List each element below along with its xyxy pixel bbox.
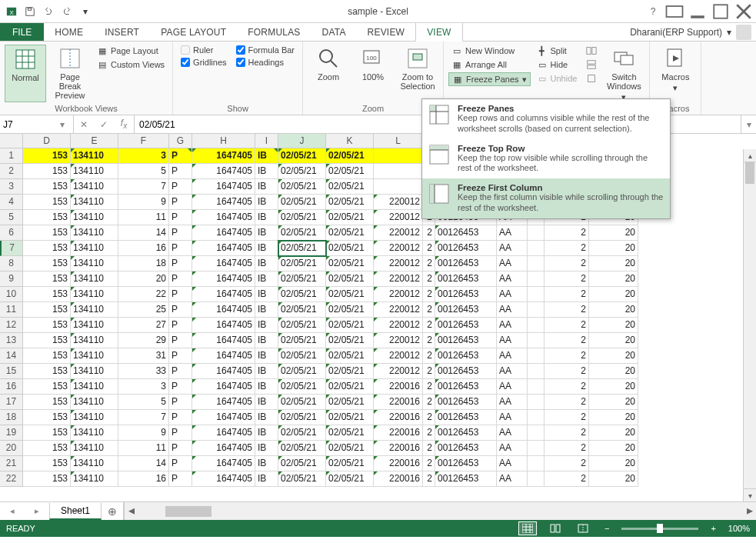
ribbon-display-icon[interactable] [664,3,685,20]
row-header[interactable]: 18 [0,410,23,425]
cell[interactable]: AA [497,348,528,364]
row-header[interactable]: 7 [0,241,23,256]
cell[interactable]: 20 [589,410,638,425]
cell[interactable]: P [169,164,192,179]
view-side-icon1[interactable] [583,45,600,57]
cell[interactable]: P [169,379,192,395]
cell[interactable]: 02/05/21 [278,272,326,287]
redo-icon[interactable] [58,3,75,20]
cell[interactable]: AA [497,302,528,318]
hide-button[interactable]: ▭Hide [534,58,581,71]
cell[interactable]: 153 [23,256,71,272]
cell[interactable]: 220016 [374,410,423,425]
cell[interactable]: 20 [589,379,638,395]
cell[interactable]: 134110 [71,225,118,241]
cell[interactable]: P [169,441,192,456]
cell[interactable]: 25 [118,302,169,318]
cell[interactable]: P [169,348,192,364]
cell[interactable]: 02/05/21 [278,379,326,395]
cell[interactable]: 20 [589,364,638,379]
cell[interactable] [374,148,423,164]
cell[interactable]: 02/05/21 [278,441,326,456]
cell[interactable]: 02/05/21 [326,302,374,318]
cell[interactable]: 2 [423,318,435,333]
cell[interactable]: P [169,179,192,195]
custom-views-button[interactable]: ▤Custom Views [94,58,168,71]
cell[interactable]: 1647405 [192,441,255,456]
cell[interactable]: 2 [423,241,435,256]
cell[interactable]: 5 [118,395,169,410]
cell[interactable]: 220016 [374,395,423,410]
cell[interactable]: AA [497,333,528,348]
column-header[interactable]: L [374,134,423,148]
cell[interactable]: 2 [545,225,589,241]
cell[interactable]: 02/05/21 [326,395,374,410]
cell[interactable]: 1647405 [192,471,255,487]
cell[interactable] [374,179,423,195]
cell[interactable]: 134110 [71,318,118,333]
cell[interactable]: 2 [545,471,589,487]
row-header[interactable]: 22 [0,471,23,487]
cell[interactable]: 220012 [374,210,423,225]
cell[interactable]: 00126453 [435,395,497,410]
macros-button[interactable]: Macros▾ [654,45,696,102]
cell[interactable]: 2 [423,456,435,471]
cell[interactable]: 16 [118,241,169,256]
page-layout-button[interactable]: ▦Page Layout [94,45,168,57]
sheet-nav-prev-icon[interactable]: ◂ [0,506,25,516]
cell[interactable]: 134110 [71,379,118,395]
cell[interactable]: 134110 [71,287,118,302]
cell[interactable]: P [169,456,192,471]
cell[interactable]: 220012 [374,195,423,210]
cell[interactable] [528,287,545,302]
freeze-top-row-option[interactable]: Freeze Top RowKeep the top row visible w… [422,139,670,179]
cell[interactable]: 153 [23,364,71,379]
cell[interactable]: 20 [589,441,638,456]
cell[interactable]: 02/05/21 [278,456,326,471]
cell[interactable]: 29 [118,333,169,348]
tab-view[interactable]: VIEW [415,23,462,42]
row-header[interactable]: 6 [0,225,23,241]
cell[interactable]: 14 [118,456,169,471]
cell[interactable]: P [169,333,192,348]
page-break-view-btn-icon[interactable] [574,521,592,535]
cancel-icon[interactable]: ✕ [74,119,94,130]
cell[interactable]: AA [497,272,528,287]
row-header[interactable]: 15 [0,364,23,379]
cell[interactable]: 31 [118,348,169,364]
cell[interactable] [528,302,545,318]
cell[interactable] [528,364,545,379]
cell[interactable]: 134110 [71,195,118,210]
cell[interactable]: 00126453 [435,456,497,471]
cell[interactable]: 1647405 [192,379,255,395]
zoom-selection-button[interactable]: Zoom to Selection [397,45,438,102]
cell[interactable]: 02/05/21 [326,148,374,164]
cell[interactable]: 00126453 [435,410,497,425]
cell[interactable]: P [169,318,192,333]
cell[interactable] [528,333,545,348]
close-icon[interactable] [733,3,754,20]
cell[interactable]: AA [497,256,528,272]
cell[interactable]: 02/05/21 [326,379,374,395]
vscroll-thumb[interactable] [745,162,754,184]
cell[interactable]: 02/05/21 [278,241,326,256]
cell[interactable]: 02/05/21 [278,318,326,333]
cell[interactable]: 3 [118,379,169,395]
cell[interactable]: 11 [118,441,169,456]
row-header[interactable]: 17 [0,395,23,410]
cell[interactable]: 11 [118,210,169,225]
cell[interactable]: 02/05/21 [278,410,326,425]
row-header[interactable]: 13 [0,333,23,348]
add-sheet-icon[interactable]: ⊕ [102,505,123,518]
cell[interactable]: 2 [545,348,589,364]
cell[interactable]: 134110 [71,179,118,195]
name-box[interactable]: ▾ [0,115,74,133]
tab-page-layout[interactable]: PAGE LAYOUT [150,23,237,41]
cell[interactable]: IB [255,164,278,179]
cell[interactable]: 153 [23,241,71,256]
cell[interactable]: AA [497,456,528,471]
cell[interactable]: 00126453 [435,379,497,395]
save-icon[interactable] [22,3,38,20]
cell[interactable]: 220012 [374,348,423,364]
cell[interactable]: 02/05/21 [326,441,374,456]
